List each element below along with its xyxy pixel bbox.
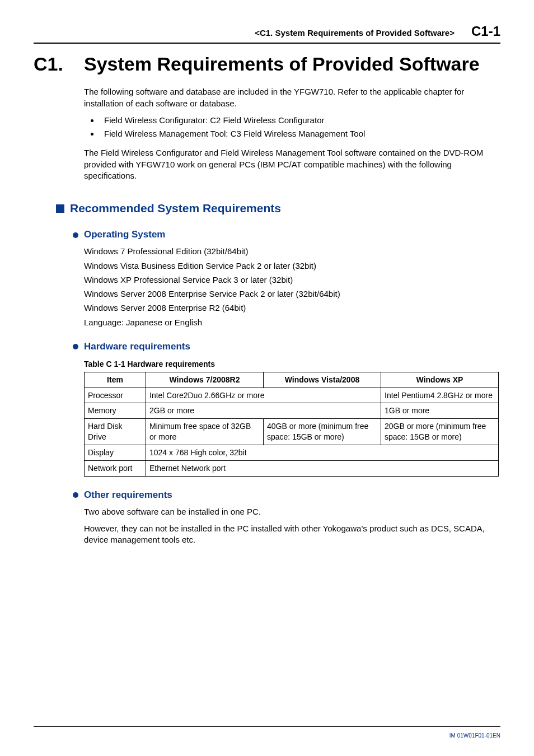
intro-block: The following software and database are … — [84, 86, 495, 181]
page: <C1. System Requirements of Provided Sof… — [0, 0, 534, 756]
row-item: Hard Disk Drive — [85, 419, 146, 445]
subsection-os-title: Operating System — [84, 228, 166, 241]
table-row: Processor Intel Core2Duo 2.66GHz or more… — [85, 388, 499, 403]
cell: Intel Core2Duo 2.66GHz or more — [146, 388, 381, 403]
table-row: Memory 2GB or more 1GB or more — [85, 403, 499, 419]
row-item: Network port — [85, 460, 146, 476]
cell: 40GB or more (minimum free space: 15GB o… — [264, 419, 381, 445]
intro-bullet: Field Wireless Configurator: C2 Field Wi… — [100, 115, 495, 126]
footer-doc-id: IM 01W01F01-01EN — [449, 732, 500, 740]
running-title: <C1. System Requirements of Provided Sof… — [34, 27, 471, 39]
hw-block: Table C 1-1 Hardware requirements Item W… — [84, 359, 495, 477]
chapter-number: C1. — [34, 52, 84, 77]
os-line: Windows Server 2008 Enterprise R2 (64bit… — [84, 302, 495, 314]
square-bullet-icon — [56, 204, 64, 213]
subsection-other-title: Other requirements — [84, 489, 172, 502]
other-paragraph-1: Two above software can be installed in o… — [84, 506, 495, 517]
hardware-requirements-table: Item Windows 7/2008R2 Windows Vista/2008… — [84, 372, 499, 477]
row-item: Display — [85, 445, 146, 461]
subsection-other-heading: Other requirements — [73, 489, 500, 502]
os-line: Windows XP Professional Service Pack 3 o… — [84, 274, 495, 286]
intro-bullet: Field Wireless Management Tool: C3 Field… — [100, 128, 495, 139]
table-header-row: Item Windows 7/2008R2 Windows Vista/2008… — [85, 372, 499, 388]
chapter-text: System Requirements of Provided Software — [84, 52, 480, 77]
col-xp-header: Windows XP — [381, 372, 499, 388]
os-list: Windows 7 Professional Edition (32bit/64… — [84, 246, 495, 328]
col-item-header: Item — [85, 372, 146, 388]
footer-rule — [34, 726, 500, 727]
cell: 1GB or more — [381, 403, 499, 419]
os-line: Windows Vista Business Edition Service P… — [84, 260, 495, 272]
table-caption: Table C 1-1 Hardware requirements — [84, 359, 495, 370]
circle-bullet-icon — [73, 232, 78, 238]
os-line: Language: Japanese or English — [84, 317, 495, 328]
col-win7-header: Windows 7/2008R2 — [146, 372, 264, 388]
cell: Ethernet Network port — [146, 460, 499, 476]
os-line: Windows Server 2008 Enterprise Service P… — [84, 288, 495, 300]
row-item: Processor — [85, 388, 146, 403]
row-item: Memory — [85, 403, 146, 419]
table-row: Hard Disk Drive Minimum free space of 32… — [85, 419, 499, 445]
running-header: <C1. System Requirements of Provided Sof… — [34, 22, 500, 44]
page-number: C1-1 — [471, 22, 500, 40]
other-block: Two above software can be installed in o… — [84, 506, 495, 546]
subsection-hw-heading: Hardware requirements — [73, 340, 500, 353]
cell: 2GB or more — [146, 403, 381, 419]
cell: Intel Pentium4 2.8GHz or more — [381, 388, 499, 403]
table-row: Network port Ethernet Network port — [85, 460, 499, 476]
cell: 1024 x 768 High color, 32bit — [146, 445, 499, 461]
table-row: Display 1024 x 768 High color, 32bit — [85, 445, 499, 461]
other-paragraph-2: However, they can not be installed in th… — [84, 523, 495, 546]
os-line: Windows 7 Professional Edition (32bit/64… — [84, 246, 495, 257]
section-recommended-heading: Recommended System Requirements — [56, 200, 500, 216]
chapter-title: C1. System Requirements of Provided Soft… — [34, 52, 500, 77]
col-vista-header: Windows Vista/2008 — [264, 372, 381, 388]
subsection-os-heading: Operating System — [73, 228, 500, 241]
section-recommended-title: Recommended System Requirements — [70, 200, 281, 216]
intro-paragraph-1: The following software and database are … — [84, 86, 495, 109]
cell: 20GB or more (minimum free space: 15GB o… — [381, 419, 499, 445]
intro-bullets: Field Wireless Configurator: C2 Field Wi… — [84, 115, 495, 140]
circle-bullet-icon — [73, 344, 78, 349]
cell: Minimum free space of 32GB or more — [146, 419, 264, 445]
circle-bullet-icon — [73, 492, 78, 498]
intro-paragraph-2: The Field Wireless Configurator and Fiel… — [84, 147, 495, 181]
subsection-hw-title: Hardware requirements — [84, 340, 190, 353]
